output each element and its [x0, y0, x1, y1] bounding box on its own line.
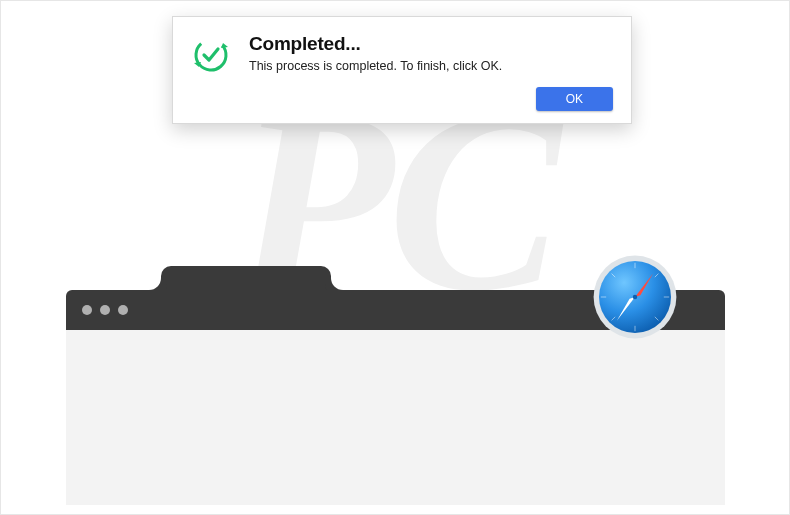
browser-tab[interactable]	[161, 266, 331, 290]
svg-marker-14	[221, 43, 228, 48]
safari-icon	[590, 252, 680, 342]
dialog-message: This process is completed. To finish, cl…	[249, 59, 502, 73]
svg-point-13	[191, 35, 231, 75]
completed-dialog: Completed... This process is completed. …	[172, 16, 632, 124]
stage: PC risk.com	[0, 0, 790, 515]
dialog-title: Completed...	[249, 33, 502, 55]
zoom-icon[interactable]	[118, 305, 128, 315]
window-controls	[82, 305, 128, 315]
ok-button[interactable]: OK	[536, 87, 613, 111]
dialog-text: Completed... This process is completed. …	[249, 33, 502, 73]
svg-point-12	[633, 295, 638, 300]
close-icon[interactable]	[82, 305, 92, 315]
dialog-actions: OK	[191, 87, 613, 111]
checkmark-refresh-icon	[191, 35, 231, 75]
browser-viewport	[66, 330, 725, 505]
dialog-body: Completed... This process is completed. …	[191, 33, 613, 75]
minimize-icon[interactable]	[100, 305, 110, 315]
